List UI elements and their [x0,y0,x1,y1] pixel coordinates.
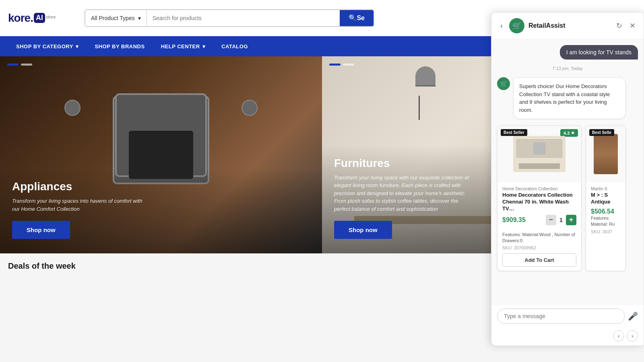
chat-bot-avatar: 🛒 [509,18,524,33]
product-card-1-brand: Martin S [591,186,621,191]
slide-dot-inactive [21,64,32,66]
product-type-dropdown[interactable]: All Product Types ▾ [85,10,147,26]
qty-plus-button-0[interactable]: + [566,215,576,225]
chat-timestamp: 7:13 pm, Today [497,66,638,71]
product-card-0-name: Home Decorators Collection Chennai 70 in… [502,192,576,212]
bot-message-text: Superb choice! Our Home Decorators Colle… [519,83,610,113]
nav-shop-by-brands[interactable]: SHOP BY BRANDS [87,36,153,56]
nav-catalog-label: CATALOG [221,43,248,49]
hero-furniture-desc: Transform your living space with our exq… [334,174,471,213]
product-type-label: All Product Types [91,15,135,21]
chat-back-button[interactable]: ‹ [498,22,505,30]
best-seller-badge-1: Best Selle [589,129,614,136]
product-card-0: Best Seller 4.3 ★ Home Decorators Colle [497,125,582,271]
bot-message-bubble: Superb choice! Our Home Decorators Colle… [513,77,626,119]
slide-indicator-2 [329,64,354,66]
chat-refresh-button[interactable]: ↻ [615,21,624,30]
hero-appliances-title: Appliances [12,180,310,193]
chat-panel: ‹ 🛒 RetailAssist ↻ ✕ I am looking for TV… [491,12,644,271]
product-card-1-price: $506.54 [591,208,614,215]
slide-dot-active [7,64,19,66]
qty-row-0: − 1 + [546,215,576,225]
chevron-down-icon: ▾ [76,43,79,49]
nav-catalog[interactable]: CATALOG [213,36,256,56]
search-btn-label: Se [357,14,365,22]
user-message-wrap: I am looking for TV stands [497,45,638,60]
product-card-1-image: Best Selle [586,126,625,182]
logo: kore. AI store [8,12,72,25]
product-card-1-product-img [594,134,618,174]
chat-bot-name: RetailAssist [528,22,611,29]
product-card-1-name: M > : S Antique [591,192,621,206]
star-icon-0: ★ [571,130,575,136]
nav-help-center[interactable]: HELP CENTER ▾ [153,36,214,56]
slide-indicator-1 [7,64,32,66]
search-bar: All Product Types ▾ 🔍 Se [85,9,374,27]
close-icon: ✕ [630,22,636,30]
product-card-0-body: Home Decorators Collection Home Decorato… [497,182,581,271]
best-seller-badge-0: Best Seller [501,129,527,136]
hero-appliances-panel: Appliances Transform your living spaces … [0,56,322,253]
product-card-0-brand: Home Decorators Collection [502,186,576,191]
cart-avatar-icon: 🛒 [512,21,521,30]
dropdown-arrow-icon: ▾ [138,15,141,21]
chat-header: ‹ 🛒 RetailAssist ↻ ✕ [491,12,644,39]
nav-shop-by-category[interactable]: SHOP BY CATEGORY ▾ [8,36,87,56]
chevron-down-icon-2: ▾ [202,43,206,49]
bot-avatar-small: 🛒 [497,77,510,90]
search-icon: 🔍 [349,14,357,22]
hero-appliances-overlay: Appliances Transform your living spaces … [0,168,322,253]
product-card-0-price: $909.35 [502,216,526,224]
chat-close-button[interactable]: ✕ [628,21,637,30]
chat-body: I am looking for TV stands 7:13 pm, Toda… [491,39,644,271]
product-card-1: Best Selle Martin S M > : S Antique $506… [586,125,626,271]
appliances-shop-now-button[interactable]: Shop now [12,221,70,239]
product-card-1-body: Martin S M > : S Antique $506.54 Feature… [586,182,625,241]
logo-brand: kore. [8,12,33,25]
furniture-shop-now-button[interactable]: Shop now [334,221,392,239]
search-button[interactable]: 🔍 Se [340,10,374,26]
hero-appliances-desc: Transform your living spaces into havens… [12,197,149,213]
search-input[interactable] [147,10,340,26]
logo-store: store [45,14,56,19]
logo-ai: AI [34,13,45,23]
nav-shop-by-category-label: SHOP BY CATEGORY [16,43,73,49]
qty-minus-button-0[interactable]: − [546,215,556,225]
product-card-0-features: Features: Material:Wood , Number of Draw… [502,232,576,244]
product-card-1-sku: SKU: 3037 [591,229,621,234]
user-message-bubble: I am looking for TV stands [560,45,638,60]
slide-dot-inactive-2 [343,64,354,66]
user-message-text: I am looking for TV stands [566,49,632,56]
back-icon: ‹ [500,22,503,30]
nav-help-center-label: HELP CENTER [161,43,200,49]
product-card-0-image: Best Seller 4.3 ★ [497,126,581,182]
qty-value-0: 1 [559,216,563,223]
nav-shop-by-brands-label: SHOP BY BRANDS [95,43,144,49]
add-to-cart-button-0[interactable]: Add To Cart [502,253,576,267]
product-cards-row: Best Seller 4.3 ★ Home Decorators Colle [497,124,638,271]
refresh-icon: ↻ [616,22,622,30]
bot-message-wrap: 🛒 Superb choice! Our Home Decorators Col… [497,77,638,119]
slide-dot-active-2 [329,64,341,66]
product-card-1-features: Features: Material: Ru [591,215,621,228]
rating-value-0: 4.3 [564,131,570,136]
bot-avatar-icon: 🛒 [500,80,507,87]
product-card-0-sku: SKU: 207009962 [502,245,576,250]
